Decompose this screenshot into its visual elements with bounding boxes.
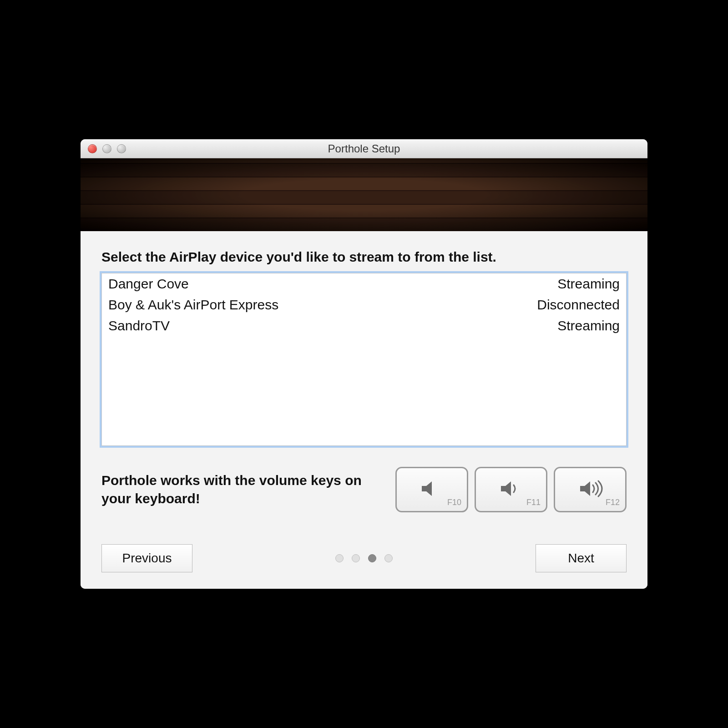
volume-down-icon	[498, 480, 524, 500]
volume-up-icon	[577, 480, 603, 500]
volume-mute-icon	[419, 480, 445, 500]
content-area: Select the AirPlay device you'd like to …	[81, 231, 647, 589]
close-icon[interactable]	[88, 144, 97, 153]
device-name: SandroTV	[108, 318, 170, 334]
device-list[interactable]: Danger Cove Streaming Boy & Auk's AirPor…	[101, 273, 627, 446]
key-f12: F12	[554, 467, 627, 512]
device-name: Boy & Auk's AirPort Express	[108, 297, 278, 313]
page-indicator	[335, 554, 393, 562]
titlebar: Porthole Setup	[81, 139, 647, 158]
page-dot[interactable]	[335, 554, 344, 562]
volume-keys: F10 F11	[395, 467, 627, 512]
setup-window: Porthole Setup Select the AirPlay device…	[81, 139, 647, 589]
device-status: Disconnected	[537, 297, 620, 313]
window-title: Porthole Setup	[81, 142, 647, 155]
page-dot-active[interactable]	[368, 554, 376, 562]
key-f10: F10	[395, 467, 468, 512]
minimize-icon[interactable]	[102, 144, 111, 153]
key-label: F11	[526, 498, 541, 507]
instruction-text: Select the AirPlay device you'd like to …	[101, 249, 627, 265]
device-row[interactable]: SandroTV Streaming	[102, 315, 626, 336]
device-row[interactable]: Boy & Auk's AirPort Express Disconnected	[102, 294, 626, 315]
device-name: Danger Cove	[108, 276, 189, 292]
device-status: Streaming	[557, 318, 620, 334]
previous-button[interactable]: Previous	[101, 544, 192, 572]
zoom-icon[interactable]	[117, 144, 126, 153]
device-status: Streaming	[557, 276, 620, 292]
banner-image	[81, 158, 647, 231]
page-dot[interactable]	[352, 554, 360, 562]
window-controls	[81, 144, 126, 153]
page-dot[interactable]	[384, 554, 393, 562]
volume-hint-text: Porthole works with the volume keys on y…	[101, 471, 382, 508]
key-label: F12	[606, 498, 620, 507]
next-button[interactable]: Next	[536, 544, 627, 572]
device-row[interactable]: Danger Cove Streaming	[102, 273, 626, 294]
key-label: F10	[447, 498, 461, 507]
key-f11: F11	[475, 467, 547, 512]
